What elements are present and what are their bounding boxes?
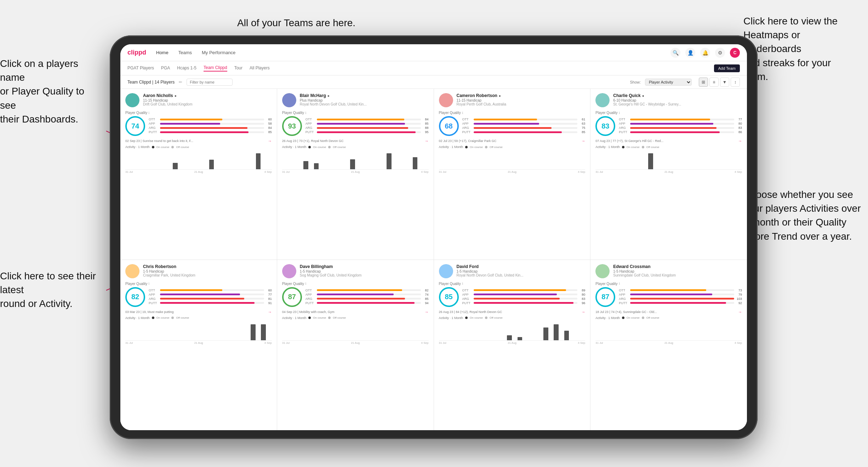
player-avatar xyxy=(282,264,296,278)
player-card[interactable]: Charlie Quick ● 6-10 Handicap St. George… xyxy=(590,89,747,260)
player-name[interactable]: Charlie Quick ● xyxy=(613,93,742,98)
stats-grid: OTT 73 APP 79 ARG 103 PUTT 92 xyxy=(619,289,742,306)
nav-teams[interactable]: Teams xyxy=(178,50,192,55)
player-name[interactable]: Edward Crossman xyxy=(613,264,742,269)
player-card[interactable]: Cameron Robertson ● 11-15 Handicap Royal… xyxy=(434,89,590,260)
quality-circle[interactable]: 83 xyxy=(595,116,615,136)
recent-round[interactable]: 02 Jul 23 | 59 (+17), Craigmillar Park G… xyxy=(439,139,586,143)
recent-round[interactable]: 26 Aug 23 | 84 (+12), Royal North Devon … xyxy=(439,310,586,314)
round-arrow[interactable]: → xyxy=(268,139,272,143)
quality-circle[interactable]: 68 xyxy=(439,116,459,136)
grid-view-btn[interactable]: ⊞ xyxy=(699,78,708,87)
quality-section[interactable]: 83 OTT 77 APP 80 ARG 83 PUT xyxy=(595,116,742,136)
player-header: Chris Robertson 1-5 Handicap Craigmillar… xyxy=(125,264,272,278)
round-arrow[interactable]: → xyxy=(581,310,585,314)
quality-section[interactable]: 87 OTT 82 APP 74 ARG 85 PUT xyxy=(282,287,429,307)
round-arrow[interactable]: → xyxy=(738,139,742,143)
chart-bars xyxy=(125,150,272,169)
quality-circle[interactable]: 87 xyxy=(282,287,302,307)
player-name[interactable]: Dave Billingham xyxy=(300,264,429,269)
add-team-button[interactable]: Add Team xyxy=(714,64,740,72)
sub-nav: PGAT Players PGA Hcaps 1-5 Team Clippd T… xyxy=(120,61,747,75)
quality-section-label: Player Quality ℹ xyxy=(439,111,586,115)
subnav-hcaps[interactable]: Hcaps 1-5 xyxy=(177,66,196,71)
quality-circle[interactable]: 93 xyxy=(282,116,302,136)
chart-bars xyxy=(439,150,586,169)
stats-grid: OTT 82 APP 74 ARG 85 PUTT 94 xyxy=(305,289,429,306)
quality-circle[interactable]: 85 xyxy=(439,287,459,307)
filter-input[interactable] xyxy=(187,79,233,86)
player-name[interactable]: Cameron Robertson ● xyxy=(457,93,586,98)
recent-round[interactable]: 03 Mar 23 | 19, Must make putting → xyxy=(125,310,272,314)
recent-round[interactable]: 02 Sep 23 | Sunrise round to get back in… xyxy=(125,139,272,143)
subnav-all-players[interactable]: All Players xyxy=(250,66,270,71)
list-view-btn[interactable]: ≡ xyxy=(709,78,719,87)
activity-label: Activity · 1 Month xyxy=(282,145,307,149)
bell-icon-btn[interactable]: 🔔 xyxy=(700,48,710,58)
player-handicap: 11-15 Handicap xyxy=(457,98,586,102)
on-course-legend: On course xyxy=(627,146,640,149)
subnav-pgat[interactable]: PGAT Players xyxy=(127,66,154,71)
chart-dates: 31 Jul 21 Aug 4 Sep xyxy=(595,341,742,344)
chart-dates: 31 Jul 21 Aug 4 Sep xyxy=(125,170,272,173)
show-select[interactable]: Player Activity Quality Score Trend xyxy=(645,79,692,86)
player-card[interactable]: Chris Robertson 1-5 Handicap Craigmillar… xyxy=(120,260,277,431)
quality-section[interactable]: 74 OTT 60 APP 58 ARG 84 PUT xyxy=(125,116,272,136)
teams-annotation: All of your Teams are here. xyxy=(237,16,355,30)
player-info: Dave Billingham 1-5 Handicap Sog Maging … xyxy=(300,264,429,277)
quality-circle[interactable]: 82 xyxy=(125,287,145,307)
quality-section[interactable]: 68 OTT 61 APP 63 ARG 75 PUT xyxy=(439,116,586,136)
quality-section[interactable]: 93 OTT 84 APP 85 ARG 88 PUT xyxy=(282,116,429,136)
stat-arg: ARG 88 xyxy=(305,126,429,130)
subnav-tour[interactable]: Tour xyxy=(234,66,242,71)
player-name[interactable]: Aaron Nicholls ● xyxy=(143,93,272,98)
nav-home[interactable]: Home xyxy=(156,50,169,55)
recent-round[interactable]: 07 Aug 23 | 77 (+7), St George's Hill GC… xyxy=(595,139,742,143)
nav-my-performance[interactable]: My Performance xyxy=(202,50,235,55)
player-card[interactable]: David Ford 1-5 Handicap Royal North Devo… xyxy=(434,260,590,431)
chart-bars xyxy=(125,321,272,340)
filter-view-btn[interactable]: ▼ xyxy=(720,78,729,87)
stat-arg: ARG 75 xyxy=(462,126,586,130)
round-arrow[interactable]: → xyxy=(425,310,429,314)
stat-putt: PUTT 85 xyxy=(149,130,272,134)
recent-round[interactable]: 04 Sep 23 | Mobility with coach, Gym → xyxy=(282,310,429,314)
quality-section[interactable]: 85 OTT 89 APP 80 ARG 83 PUT xyxy=(439,287,586,307)
player-card[interactable]: Edward Crossman 1-5 Handicap Sunningdale… xyxy=(590,260,747,431)
settings-icon-btn[interactable]: ⚙ xyxy=(715,48,725,58)
subnav-team-clippd[interactable]: Team Clippd xyxy=(204,65,227,72)
profile-icon-btn[interactable]: 👤 xyxy=(685,48,695,58)
quality-section-label: Player Quality ℹ xyxy=(282,111,429,115)
quality-section[interactable]: 87 OTT 73 APP 79 ARG 103 PU xyxy=(595,287,742,307)
edit-icon[interactable]: ✏ xyxy=(179,80,182,85)
player-name[interactable]: Blair McHarg ● xyxy=(300,93,429,98)
recent-round[interactable]: 18 Jul 23 | 74 (+4), Sunningdale GC - Ol… xyxy=(595,310,742,314)
round-arrow[interactable]: → xyxy=(581,139,585,143)
recent-round[interactable]: 26 Aug 23 | 73 (+1), Royal North Devon G… xyxy=(282,139,429,143)
player-avatar xyxy=(125,264,139,278)
search-icon-btn[interactable]: 🔍 xyxy=(670,48,680,58)
chart-bars xyxy=(282,150,429,169)
quality-section[interactable]: 82 OTT 60 APP 77 ARG 81 PUT xyxy=(125,287,272,307)
player-card[interactable]: Dave Billingham 1-5 Handicap Sog Maging … xyxy=(277,260,434,431)
round-arrow[interactable]: → xyxy=(738,310,742,314)
quality-circle[interactable]: 87 xyxy=(595,287,615,307)
verified-icon: ● xyxy=(642,94,644,98)
sort-view-btn[interactable]: ↕ xyxy=(731,78,740,87)
player-info: Chris Robertson 1-5 Handicap Craigmillar… xyxy=(143,264,272,277)
activity-chart xyxy=(282,150,429,170)
player-info: Edward Crossman 1-5 Handicap Sunningdale… xyxy=(613,264,742,277)
avatar-btn[interactable]: C xyxy=(730,48,740,58)
player-info: Aaron Nicholls ● 11-15 Handicap Drift Go… xyxy=(143,93,272,106)
round-annotation: Click here to see their latestround or A… xyxy=(0,269,99,311)
round-arrow[interactable]: → xyxy=(268,310,272,314)
player-card[interactable]: Blair McHarg ● Plus Handicap Royal North… xyxy=(277,89,434,260)
subnav-pga[interactable]: PGA xyxy=(161,66,170,71)
player-name[interactable]: Chris Robertson xyxy=(143,264,272,269)
player-handicap: 6-10 Handicap xyxy=(613,98,742,102)
off-course-legend: Off course xyxy=(490,146,503,149)
player-card[interactable]: Aaron Nicholls ● 11-15 Handicap Drift Go… xyxy=(120,89,277,260)
round-arrow[interactable]: → xyxy=(425,139,429,143)
player-name[interactable]: David Ford xyxy=(457,264,586,269)
quality-circle[interactable]: 74 xyxy=(125,116,145,136)
